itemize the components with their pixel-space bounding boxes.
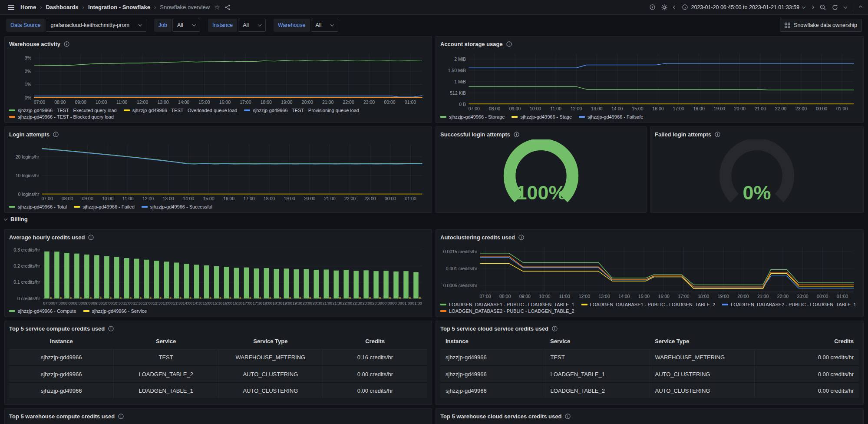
legend-item[interactable]: LOADGEN_DATABASE1 - PUBLIC - LOADGEN_TAB…	[440, 302, 574, 307]
legend-item[interactable]: sjhzzjp-gd49966 - TEST - Executed query …	[9, 108, 117, 113]
refresh-interval-dropdown-icon[interactable]	[844, 6, 847, 9]
svg-text:01:00: 01:00	[837, 294, 848, 299]
dashboard-canvas: Warehouse activity 07:0008:0009:0010:001…	[0, 36, 868, 424]
panel-title[interactable]: Top 5 service compute credits used	[9, 325, 105, 332]
warehouse-activity-chart[interactable]: 07:0008:0009:0010:0011:0012:0013:0014:00…	[9, 49, 427, 106]
time-shift-back-icon[interactable]	[673, 6, 676, 9]
table-cell: AUTO_CLUSTERING	[218, 382, 323, 399]
table-cell: TEST	[114, 349, 218, 366]
svg-text:23:30: 23:30	[372, 301, 382, 305]
time-shift-forward-icon[interactable]	[811, 6, 814, 9]
job-select[interactable]: All	[172, 19, 200, 32]
info-icon[interactable]	[565, 414, 571, 419]
share-icon[interactable]	[224, 4, 231, 10]
breadcrumb-current-page: Snowflake overview	[160, 4, 210, 10]
time-range-picker[interactable]: 2023-01-20 06:45:00 to 2023-01-21 01:33:…	[682, 4, 805, 10]
autoclustering-credits-chart[interactable]: 07:0008:0009:0010:0011:0012:0013:0014:00…	[440, 242, 859, 301]
legend-item[interactable]: sjhzzjp-gd49966 - Failsafe	[579, 114, 643, 119]
legend-item[interactable]: sjhzzjp-gd49966 - Service	[83, 308, 147, 314]
warehouse-select[interactable]: All	[311, 19, 339, 32]
dashboard-insights-icon[interactable]	[650, 4, 655, 10]
job-label[interactable]: Job	[154, 19, 172, 32]
column-header[interactable]: Instance	[440, 334, 545, 349]
panel-title[interactable]: Average hourly credits used	[9, 234, 85, 241]
average-hourly-credits-chart[interactable]: 0 credits/hr0.1 credits/hr0.2 credits/hr…	[9, 242, 427, 307]
legend-item[interactable]: sjhzzjp-gd49966 - TEST - Overloaded queu…	[124, 108, 238, 113]
panel-title[interactable]: Warehouse activity	[9, 41, 60, 47]
service-cloud-credits-table[interactable]: InstanceServiceService TypeCreditssjhzzj…	[440, 334, 859, 399]
panel-title[interactable]: Top 5 warehouse compute credits used	[9, 413, 115, 420]
zoom-out-icon[interactable]	[820, 4, 826, 10]
panel-title[interactable]: Login attempts	[9, 131, 50, 138]
column-header[interactable]: Credits	[754, 334, 859, 349]
table-cell: AUTO_CLUSTERING	[218, 366, 323, 382]
svg-text:0 logins/hr: 0 logins/hr	[18, 192, 40, 197]
instance-value: All	[243, 22, 249, 28]
panel-autoclustering-credits: Autoclustering credits used 07:0008:0009…	[436, 229, 864, 317]
menu-toggle-icon[interactable]	[6, 3, 16, 12]
info-icon[interactable]	[108, 326, 114, 331]
legend-item[interactable]: sjhzzjp-gd49966 - Compute	[9, 308, 76, 314]
warehouse-label[interactable]: Warehouse	[274, 19, 310, 32]
column-header[interactable]: Service Type	[650, 334, 754, 349]
column-header[interactable]: Service Type	[218, 334, 323, 349]
panel-title[interactable]: Top 5 service cloud service credits used	[440, 325, 548, 332]
panel-title[interactable]: Failed login attempts	[655, 131, 711, 138]
svg-text:12:00: 12:00	[571, 106, 582, 111]
info-icon[interactable]	[118, 414, 124, 419]
legend-item[interactable]: sjhzzjp-gd49966 - Stage	[512, 114, 572, 119]
collapse-toolbar-icon[interactable]	[859, 6, 862, 9]
svg-text:10:00: 10:00	[102, 196, 113, 201]
breadcrumb-integration-snowflake[interactable]: Integration - Snowflake	[88, 4, 150, 10]
svg-text:17:00: 17:00	[243, 301, 253, 305]
panel-title[interactable]: Autoclustering credits used	[440, 234, 515, 241]
legend-item[interactable]: sjhzzjp-gd49966 - TEST - Provisioning qu…	[244, 108, 359, 113]
legend-item[interactable]: LOADGEN_DATABASE2 - PUBLIC - LOADGEN_TAB…	[722, 302, 856, 307]
svg-text:01:00: 01:00	[836, 106, 848, 111]
panel-title[interactable]: Top 5 warehouse cloud services credits u…	[440, 413, 561, 420]
panel-title[interactable]: Account storage usage	[440, 41, 503, 47]
legend-item[interactable]: sjhzzjp-gd49966 - Failed	[74, 204, 135, 209]
failed-login-gauge[interactable]: 0%	[655, 139, 859, 209]
refresh-icon[interactable]	[832, 4, 838, 10]
legend-item[interactable]: LOADGEN_DATABASE1 - PUBLIC - LOADGEN_TAB…	[581, 302, 716, 307]
column-header[interactable]: Instance	[9, 334, 114, 349]
dashboard-settings-icon[interactable]	[661, 4, 667, 10]
info-icon[interactable]	[506, 41, 512, 47]
info-icon[interactable]	[518, 235, 524, 240]
table-row: sjhzzjp-gd49966LOADGEN_TABLE_1AUTO_CLUST…	[9, 382, 427, 399]
column-header[interactable]: Service	[545, 334, 650, 349]
datasource-label[interactable]: Data Source	[6, 19, 45, 32]
info-icon[interactable]	[64, 41, 69, 47]
legend-item[interactable]: sjhzzjp-gd49966 - Total	[9, 204, 67, 209]
svg-text:21:00: 21:00	[757, 294, 769, 299]
legend-item[interactable]: sjhzzjp-gd49966 - Successful	[142, 204, 212, 209]
successful-login-gauge[interactable]: 100%	[440, 139, 642, 209]
service-compute-credits-table[interactable]: InstanceServiceService TypeCreditssjhzzj…	[9, 334, 427, 399]
column-header[interactable]: Service	[114, 334, 218, 349]
svg-text:17:00: 17:00	[243, 196, 254, 201]
legend-item[interactable]: sjhzzjp-gd49966 - TEST - Blocked query l…	[9, 114, 114, 119]
favorite-star-icon[interactable]: ☆	[214, 3, 220, 11]
instance-variable: Instance All	[208, 19, 266, 32]
svg-text:08:00: 08:00	[63, 301, 73, 305]
legend-item[interactable]: LOADGEN_DATABASE2 - PUBLIC - LOADGEN_TAB…	[440, 308, 574, 314]
info-icon[interactable]	[552, 326, 558, 331]
instance-select[interactable]: All	[238, 19, 266, 32]
breadcrumb-home[interactable]: Home	[20, 4, 36, 10]
snowflake-data-ownership-button[interactable]: Snowflake data ownership	[780, 19, 862, 32]
login-attempts-chart[interactable]: 07:0008:0009:0010:0011:0012:0013:0014:00…	[9, 139, 427, 203]
billing-section-toggle[interactable]: Billing	[4, 216, 28, 222]
info-icon[interactable]	[514, 132, 519, 137]
info-icon[interactable]	[715, 132, 720, 137]
panel-top5-warehouse-cloud: Top 5 warehouse cloud services credits u…	[436, 408, 864, 424]
info-icon[interactable]	[53, 132, 59, 137]
breadcrumb-dashboards[interactable]: Dashboards	[46, 4, 78, 10]
info-icon[interactable]	[88, 235, 94, 240]
datasource-select[interactable]: grafanacloud-keithschmitty-prom	[46, 19, 146, 32]
column-header[interactable]: Credits	[323, 334, 427, 349]
panel-title[interactable]: Successful login attempts	[440, 131, 510, 138]
account-storage-chart[interactable]: 07:0008:0009:0010:0011:0012:0013:0014:00…	[440, 49, 859, 113]
legend-item[interactable]: sjhzzjp-gd49966 - Storage	[440, 114, 505, 119]
instance-label[interactable]: Instance	[208, 19, 237, 32]
